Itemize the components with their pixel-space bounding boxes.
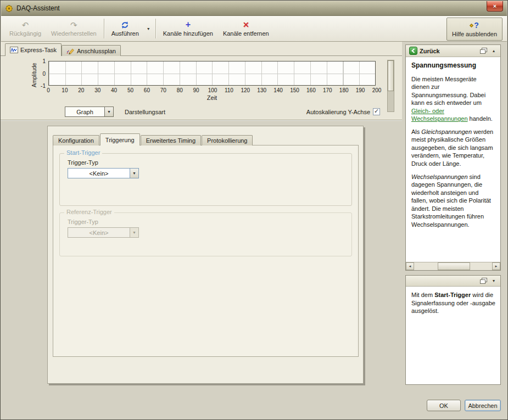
display-type-dropdown[interactable]: Graph ▼ <box>65 107 114 117</box>
x-tick: 0 <box>47 87 50 93</box>
help-horizontal-scrollbar[interactable]: ◄ ► <box>406 262 500 270</box>
help-link-spannungen[interactable]: Gleich- oder Wechselspannungen <box>411 108 468 122</box>
help-content: Spannungsmessung Die meisten Messgeräte … <box>406 57 500 262</box>
display-type-value: Graph <box>65 107 104 117</box>
hide-help-button[interactable]: ? Hilfe ausblenden <box>446 18 503 41</box>
help-text: Als <box>411 128 421 135</box>
x-tick: 140 <box>273 87 283 93</box>
help-title: Spannungsmessung <box>411 61 496 70</box>
remove-channels-label: Kanäle entfernen <box>223 30 269 37</box>
tab-konfiguration[interactable]: Konfiguration <box>53 135 99 145</box>
reference-trigger-group: Referenz-Trigger Trigger-Typ <Kein> ▼ <box>59 212 352 256</box>
context-help-header: ▾ <box>406 276 500 287</box>
x-tick: 190 <box>356 87 365 93</box>
config-dialog: Konfiguration Triggerung Erweitertes Tim… <box>47 126 364 384</box>
chevron-down-icon[interactable]: ▼ <box>130 168 139 178</box>
close-button[interactable]: × <box>487 1 503 12</box>
x-tick: 120 <box>241 87 250 93</box>
add-channels-button[interactable]: + Kanäle hinzufügen <box>158 17 218 40</box>
pencil-icon <box>66 48 75 54</box>
remove-channels-button[interactable]: ✕ Kanäle entfernen <box>218 17 274 40</box>
help-text: sind dagegen Spannungen, die wiederholt … <box>411 173 491 228</box>
titlebar[interactable]: DAQ-Assistent × <box>1 1 507 16</box>
expand-chevron-icon[interactable]: ▾ <box>489 277 498 285</box>
reference-trigger-type-dropdown: <Kein> ▼ <box>68 227 139 238</box>
autoscale-checkbox[interactable]: ✓ <box>373 108 380 115</box>
start-trigger-type-value: <Kein> <box>68 168 130 178</box>
undo-button[interactable]: ↶ Rückgängig <box>4 17 46 40</box>
start-trigger-group: Start-Trigger Trigger-Typ <Kein> ▼ <box>59 153 352 206</box>
x-tick: 70 <box>160 87 166 93</box>
cancel-button[interactable]: Abbrechen <box>465 400 501 411</box>
window-title: DAQ-Assistent <box>16 4 60 12</box>
redo-button[interactable]: ↷ Wiederherstellen <box>46 17 102 40</box>
undo-label: Rückgängig <box>9 30 41 37</box>
app-icon <box>5 4 13 13</box>
context-tip: Mit dem Start-Trigger wird die Signalerf… <box>411 291 496 315</box>
remove-x-icon: ✕ <box>243 20 249 30</box>
tab-triggerung[interactable]: Triggerung <box>100 133 140 145</box>
display-type-label: Darstellungsart <box>125 109 165 115</box>
start-trigger-title: Start-Trigger <box>64 149 102 156</box>
y-tick: 1 <box>42 58 46 64</box>
close-icon: × <box>493 3 496 9</box>
x-tick: 40 <box>111 87 117 93</box>
x-tick: 150 <box>290 87 299 93</box>
config-tabstrip: Konfiguration Triggerung Erweitertes Tim… <box>53 133 253 145</box>
float-window-icon[interactable] <box>479 47 488 55</box>
tab-erweitertes-timing-label: Erweitertes Timing <box>146 137 196 144</box>
scrollbar-thumb[interactable] <box>438 262 471 270</box>
plus-icon: + <box>186 20 191 30</box>
scrollbar-track[interactable] <box>414 262 492 270</box>
tab-erweitertes-timing[interactable]: Erweitertes Timing <box>141 135 201 145</box>
x-tick: 200 <box>372 87 382 93</box>
chevron-down-icon[interactable]: ▼ <box>104 107 114 117</box>
back-button[interactable]: Zurück <box>408 46 443 55</box>
reference-trigger-type-value: <Kein> <box>68 227 130 238</box>
hide-help-label: Hilfe ausblenden <box>452 31 497 37</box>
add-channels-label: Kanäle hinzufügen <box>163 30 213 37</box>
context-help-content: Mit dem Start-Trigger wird die Signalerf… <box>406 287 500 384</box>
graph-vertical-scrollbar[interactable] <box>387 60 394 112</box>
express-task-area: Express-Task Anschlussplan Amplitude 10-… <box>1 42 402 120</box>
collapse-chevron-icon[interactable]: ▴ <box>489 47 498 55</box>
redo-icon: ↷ <box>70 20 77 30</box>
run-label: Ausführen <box>111 30 139 37</box>
start-trigger-type-dropdown[interactable]: <Kein> ▼ <box>68 168 139 178</box>
scrollbar-thumb[interactable] <box>388 60 394 91</box>
task-tabstrip: Express-Task Anschlussplan <box>5 43 121 56</box>
help-paragraph: Als Gleichspannungen werden meist physik… <box>411 128 496 168</box>
scroll-right-arrow-icon[interactable]: ► <box>492 262 500 270</box>
help-text: Mit dem <box>411 292 434 298</box>
scroll-left-arrow-icon[interactable]: ◄ <box>406 262 414 270</box>
tab-konfiguration-label: Konfiguration <box>58 137 94 144</box>
triggerung-tab-page: Start-Trigger Trigger-Typ <Kein> ▼ Refer… <box>53 145 359 357</box>
reference-trigger-type-label: Trigger-Typ <box>68 219 98 225</box>
cancel-label: Abbrechen <box>468 402 497 409</box>
zero-gridline <box>49 74 375 74</box>
run-button[interactable]: Ausführen <box>107 17 144 40</box>
x-tick: 130 <box>257 87 266 93</box>
x-tick: 50 <box>127 87 133 93</box>
plot-area <box>48 61 376 86</box>
ok-label: OK <box>439 402 448 409</box>
y-tick: 0 <box>42 70 46 76</box>
float-window-icon[interactable] <box>479 277 488 285</box>
waveform-icon <box>10 47 18 53</box>
x-tick: 160 <box>306 87 316 93</box>
toolbar-separator <box>155 19 156 38</box>
ok-button[interactable]: OK <box>427 400 461 411</box>
tab-protokollierung[interactable]: Protokollierung <box>202 135 253 145</box>
x-tick: 90 <box>193 87 199 93</box>
tab-anschlussplan[interactable]: Anschlussplan <box>62 45 121 56</box>
help-text-bold: Start-Trigger <box>434 292 471 298</box>
tab-express-task[interactable]: Express-Task <box>5 43 62 56</box>
help-text-italic: Wechselspannungen <box>411 173 468 180</box>
run-dropdown-chevron-icon[interactable]: ▼ <box>144 27 153 31</box>
tab-anschlussplan-label: Anschlussplan <box>77 48 116 54</box>
x-tick: 60 <box>144 87 150 93</box>
x-tick: 10 <box>62 87 68 93</box>
help-panel-header: Zurück ▴ <box>406 45 500 57</box>
undo-icon: ↶ <box>22 20 29 30</box>
autoscale-control: Autoskalierung Y-Achse ✓ <box>306 108 380 115</box>
